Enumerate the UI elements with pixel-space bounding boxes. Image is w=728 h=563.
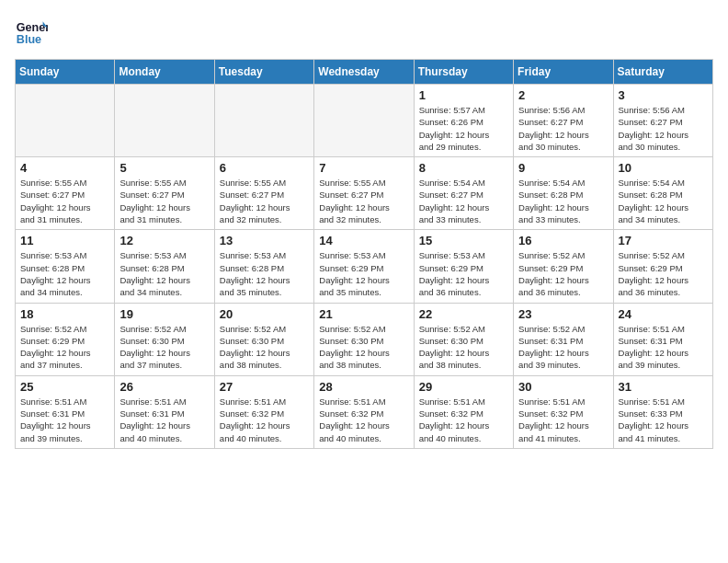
calendar-week-row: 18Sunrise: 5:52 AM Sunset: 6:29 PM Dayli… [16, 303, 713, 375]
calendar-cell: 8Sunrise: 5:54 AM Sunset: 6:27 PM Daylig… [414, 157, 513, 230]
day-number: 13 [220, 234, 309, 247]
calendar-cell: 20Sunrise: 5:52 AM Sunset: 6:30 PM Dayli… [214, 303, 313, 375]
day-number: 5 [119, 161, 209, 175]
day-number: 8 [419, 161, 508, 175]
day-info: Sunrise: 5:51 AM Sunset: 6:32 PM Dayligh… [419, 396, 508, 444]
page-header: General Blue [15, 15, 713, 48]
logo: General Blue [15, 15, 51, 48]
day-number: 28 [319, 380, 408, 394]
calendar-cell: 2Sunrise: 5:56 AM Sunset: 6:27 PM Daylig… [514, 85, 613, 157]
calendar-table: SundayMondayTuesdayWednesdayThursdayFrid… [15, 59, 713, 449]
day-number: 6 [220, 161, 309, 175]
calendar-cell [314, 85, 414, 157]
calendar-header-monday: Monday [115, 60, 214, 85]
calendar-cell: 5Sunrise: 5:55 AM Sunset: 6:27 PM Daylig… [115, 157, 214, 230]
day-number: 10 [619, 161, 708, 175]
day-info: Sunrise: 5:53 AM Sunset: 6:28 PM Dayligh… [119, 249, 209, 298]
calendar-cell: 12Sunrise: 5:53 AM Sunset: 6:28 PM Dayli… [115, 230, 214, 303]
day-number: 22 [419, 307, 508, 321]
calendar-cell: 25Sunrise: 5:51 AM Sunset: 6:31 PM Dayli… [16, 375, 115, 448]
calendar-cell: 7Sunrise: 5:55 AM Sunset: 6:27 PM Daylig… [314, 157, 414, 230]
day-info: Sunrise: 5:54 AM Sunset: 6:27 PM Dayligh… [419, 177, 508, 225]
day-number: 4 [20, 161, 109, 175]
day-number: 19 [119, 307, 209, 321]
day-info: Sunrise: 5:51 AM Sunset: 6:31 PM Dayligh… [119, 396, 209, 444]
day-number: 12 [119, 234, 209, 247]
day-info: Sunrise: 5:51 AM Sunset: 6:32 PM Dayligh… [220, 396, 309, 444]
calendar-header-row: SundayMondayTuesdayWednesdayThursdayFrid… [16, 60, 713, 85]
day-number: 16 [518, 234, 608, 247]
calendar-header-friday: Friday [514, 60, 613, 85]
calendar-cell: 15Sunrise: 5:53 AM Sunset: 6:29 PM Dayli… [414, 230, 513, 303]
day-info: Sunrise: 5:55 AM Sunset: 6:27 PM Dayligh… [20, 177, 109, 225]
day-number: 26 [119, 380, 209, 394]
day-number: 3 [619, 88, 708, 102]
day-info: Sunrise: 5:55 AM Sunset: 6:27 PM Dayligh… [220, 177, 309, 225]
day-info: Sunrise: 5:53 AM Sunset: 6:28 PM Dayligh… [220, 249, 309, 298]
calendar-week-row: 25Sunrise: 5:51 AM Sunset: 6:31 PM Dayli… [16, 375, 713, 448]
day-number: 9 [518, 161, 608, 175]
calendar-cell: 18Sunrise: 5:52 AM Sunset: 6:29 PM Dayli… [16, 303, 115, 375]
calendar-cell: 28Sunrise: 5:51 AM Sunset: 6:32 PM Dayli… [314, 375, 414, 448]
calendar-cell: 14Sunrise: 5:53 AM Sunset: 6:29 PM Dayli… [314, 230, 414, 303]
calendar-cell: 22Sunrise: 5:52 AM Sunset: 6:30 PM Dayli… [414, 303, 513, 375]
day-info: Sunrise: 5:57 AM Sunset: 6:26 PM Dayligh… [419, 104, 508, 153]
day-info: Sunrise: 5:52 AM Sunset: 6:31 PM Dayligh… [518, 323, 608, 372]
calendar-week-row: 4Sunrise: 5:55 AM Sunset: 6:27 PM Daylig… [16, 157, 713, 230]
day-number: 24 [619, 307, 708, 321]
day-info: Sunrise: 5:56 AM Sunset: 6:27 PM Dayligh… [619, 104, 708, 153]
day-info: Sunrise: 5:52 AM Sunset: 6:29 PM Dayligh… [619, 249, 708, 298]
calendar-cell [115, 85, 214, 157]
day-number: 23 [518, 307, 608, 321]
calendar-header-wednesday: Wednesday [314, 60, 414, 85]
day-info: Sunrise: 5:51 AM Sunset: 6:31 PM Dayligh… [619, 323, 708, 372]
calendar-header-thursday: Thursday [414, 60, 513, 85]
calendar-cell [214, 85, 313, 157]
calendar-cell: 13Sunrise: 5:53 AM Sunset: 6:28 PM Dayli… [214, 230, 313, 303]
calendar-header-saturday: Saturday [613, 60, 712, 85]
calendar-cell: 27Sunrise: 5:51 AM Sunset: 6:32 PM Dayli… [214, 375, 313, 448]
calendar-header-sunday: Sunday [16, 60, 115, 85]
calendar-cell: 19Sunrise: 5:52 AM Sunset: 6:30 PM Dayli… [115, 303, 214, 375]
day-number: 30 [518, 380, 608, 394]
day-info: Sunrise: 5:55 AM Sunset: 6:27 PM Dayligh… [119, 177, 209, 225]
calendar-week-row: 1Sunrise: 5:57 AM Sunset: 6:26 PM Daylig… [16, 85, 713, 157]
day-info: Sunrise: 5:52 AM Sunset: 6:30 PM Dayligh… [419, 323, 508, 372]
day-number: 18 [20, 307, 109, 321]
calendar-cell: 9Sunrise: 5:54 AM Sunset: 6:28 PM Daylig… [514, 157, 613, 230]
day-info: Sunrise: 5:51 AM Sunset: 6:32 PM Dayligh… [518, 396, 608, 444]
calendar-cell: 6Sunrise: 5:55 AM Sunset: 6:27 PM Daylig… [214, 157, 313, 230]
day-number: 21 [319, 307, 408, 321]
day-info: Sunrise: 5:54 AM Sunset: 6:28 PM Dayligh… [619, 177, 708, 225]
day-number: 11 [20, 234, 109, 247]
calendar-cell: 17Sunrise: 5:52 AM Sunset: 6:29 PM Dayli… [613, 230, 712, 303]
day-info: Sunrise: 5:52 AM Sunset: 6:29 PM Dayligh… [518, 249, 608, 298]
day-number: 29 [419, 380, 508, 394]
calendar-cell: 4Sunrise: 5:55 AM Sunset: 6:27 PM Daylig… [16, 157, 115, 230]
calendar-cell: 1Sunrise: 5:57 AM Sunset: 6:26 PM Daylig… [414, 85, 513, 157]
day-info: Sunrise: 5:51 AM Sunset: 6:31 PM Dayligh… [20, 396, 109, 444]
day-info: Sunrise: 5:52 AM Sunset: 6:30 PM Dayligh… [319, 323, 408, 372]
calendar-cell: 21Sunrise: 5:52 AM Sunset: 6:30 PM Dayli… [314, 303, 414, 375]
day-number: 1 [419, 88, 508, 102]
day-info: Sunrise: 5:52 AM Sunset: 6:29 PM Dayligh… [20, 323, 109, 372]
day-info: Sunrise: 5:51 AM Sunset: 6:32 PM Dayligh… [319, 396, 408, 444]
calendar-cell: 30Sunrise: 5:51 AM Sunset: 6:32 PM Dayli… [514, 375, 613, 448]
logo-icon: General Blue [15, 15, 48, 48]
calendar-cell: 26Sunrise: 5:51 AM Sunset: 6:31 PM Dayli… [115, 375, 214, 448]
day-number: 15 [419, 234, 508, 247]
calendar-cell: 10Sunrise: 5:54 AM Sunset: 6:28 PM Dayli… [613, 157, 712, 230]
day-number: 31 [619, 380, 708, 394]
svg-text:Blue: Blue [17, 33, 41, 46]
day-info: Sunrise: 5:56 AM Sunset: 6:27 PM Dayligh… [518, 104, 608, 153]
calendar-cell: 3Sunrise: 5:56 AM Sunset: 6:27 PM Daylig… [613, 85, 712, 157]
calendar-cell [16, 85, 115, 157]
day-number: 20 [220, 307, 309, 321]
calendar-cell: 23Sunrise: 5:52 AM Sunset: 6:31 PM Dayli… [514, 303, 613, 375]
calendar-cell: 24Sunrise: 5:51 AM Sunset: 6:31 PM Dayli… [613, 303, 712, 375]
day-info: Sunrise: 5:52 AM Sunset: 6:30 PM Dayligh… [220, 323, 309, 372]
day-info: Sunrise: 5:53 AM Sunset: 6:29 PM Dayligh… [319, 249, 408, 298]
day-info: Sunrise: 5:54 AM Sunset: 6:28 PM Dayligh… [518, 177, 608, 225]
day-number: 25 [20, 380, 109, 394]
day-info: Sunrise: 5:55 AM Sunset: 6:27 PM Dayligh… [319, 177, 408, 225]
